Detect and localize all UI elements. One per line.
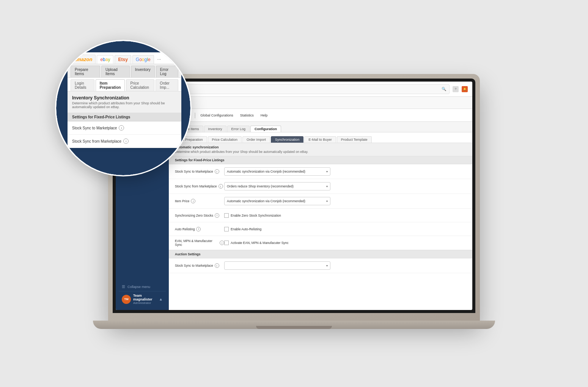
select-arrow-stock-to: ▾: [326, 170, 328, 173]
global-config-btn[interactable]: Global Configurations: [197, 113, 236, 118]
mag-nav-prepare[interactable]: Prepare Items: [71, 66, 100, 77]
checkbox-zero-stocks[interactable]: Enable Zero Stock Synchronization: [224, 213, 466, 218]
mag-tab-etsy[interactable]: Etsy: [115, 55, 131, 64]
sync-control-item-price: Automatic synchronization via Cronjob (r…: [224, 197, 466, 205]
sync-select-stock-to[interactable]: Automatic synchronization via Cronjob (r…: [224, 167, 330, 176]
mag-sub-item-prep[interactable]: Item Preparation: [96, 79, 125, 91]
mag-sync-title: Inventory Synchronization: [72, 95, 177, 101]
tab-configuration[interactable]: Configuration: [250, 126, 281, 132]
sync-select-auction-stock[interactable]: ▾: [224, 261, 330, 270]
mag-stock-to-text: Stock Sync to Marketplace: [72, 126, 117, 130]
help-icon[interactable]: ?: [453, 86, 459, 92]
sync-select-item-price[interactable]: Automatic synchronization via Cronjob (r…: [224, 197, 330, 205]
mag-tab-ebay[interactable]: ebay: [97, 55, 113, 64]
info-icon-ean[interactable]: i: [220, 241, 224, 245]
sidebar-bottom: ☰ Collapse menu TM Team magnalister: [116, 279, 169, 310]
subtab-price-calc[interactable]: Price Calculation: [208, 136, 242, 143]
sync-label-auto-relisting: Auto Relisting i: [175, 227, 224, 231]
collapse-menu-btn[interactable]: ☰ Collapse menu: [119, 282, 166, 291]
notification-icon[interactable]: 🔔: [462, 86, 468, 92]
sync-select-stock-from[interactable]: Orders reduce Shop inventory (recommende…: [224, 182, 330, 190]
info-icon-auto-relisting[interactable]: i: [196, 227, 201, 231]
sync-row-stock-to: Stock Sync to Marketplace i Automatic sy…: [169, 164, 472, 179]
sync-control-zero-stocks: Enable Zero Stock Synchronization: [224, 213, 466, 218]
tab-inventory[interactable]: Inventory: [204, 126, 226, 132]
sync-title: Automatic synchronization: [175, 145, 466, 149]
sync-content: Automatic synchronization Determine whic…: [169, 143, 472, 310]
info-icon-auction-stock[interactable]: i: [215, 263, 219, 268]
sync-control-stock-to: Automatic synchronization via Cronjob (r…: [224, 167, 466, 176]
mag-nav-upload[interactable]: Upload Items: [101, 66, 130, 77]
statistics-btn[interactable]: Statistics: [237, 113, 257, 118]
sync-row-item-price: Item Price i Automatic synchronization v…: [169, 194, 472, 209]
label-text-auto-relisting: Auto Relisting: [175, 227, 195, 231]
mag-tab-more[interactable]: ···: [155, 55, 164, 63]
subtab-synchronization[interactable]: Synchronization: [271, 136, 303, 143]
mag-sub-order[interactable]: Order Imp...: [156, 79, 178, 91]
select-arrow-stock-from: ▾: [326, 185, 328, 188]
checkbox-box-auto-relisting[interactable]: [224, 227, 229, 231]
sync-row-stock-from: Stock Sync from Marketplace i Orders red…: [169, 179, 472, 194]
sync-description: Determine which product attributes from …: [175, 150, 466, 154]
subtab-email-buyer[interactable]: E-Mail to Buyer: [304, 136, 336, 143]
checkbox-box-ean[interactable]: [224, 241, 229, 245]
info-icon-item-price[interactable]: i: [191, 199, 195, 203]
sync-control-ean: Activate EAN, MPN & Manufacuter Sync: [224, 241, 466, 245]
mag-info-stock-to[interactable]: i: [119, 125, 124, 131]
amazon-logo: amazon: [74, 57, 92, 62]
label-text-item-price: Item Price: [175, 199, 189, 203]
sub-tabs-row: Item Preparation Price Calculation Order…: [169, 132, 472, 143]
mag-tab-amazon[interactable]: amazon: [71, 55, 96, 64]
select-value-stock-from: Orders reduce Shop inventory (recommende…: [227, 184, 294, 188]
tab-separator-1: |: [194, 112, 196, 119]
sync-row-auto-relisting: Auto Relisting i Enable Auto-Relisting: [169, 222, 472, 236]
user-section: TM Team magnalister Administrator ▲: [119, 291, 166, 307]
sync-control-auto-relisting: Enable Auto-Relisting: [224, 227, 466, 231]
tab-error-log[interactable]: Error Log: [227, 126, 250, 132]
topbar-icons: ? 🔔: [453, 86, 468, 92]
mag-row-stock-to: Stock Sync to Marketplace i: [68, 121, 181, 135]
user-initials: TM: [124, 297, 129, 301]
select-value-item-price: Automatic synchronization via Cronjob (r…: [227, 199, 305, 203]
marketplace-tabs: Google | Global Configurations Statistic…: [169, 109, 472, 122]
mag-sync-desc: Determine which product attributes from …: [72, 101, 177, 109]
checkbox-auto-relisting[interactable]: Enable Auto-Relisting: [224, 227, 466, 231]
mag-sub-login[interactable]: Login Details: [71, 79, 94, 91]
label-text-auction-stock: Stock Sync to Marketplace: [175, 264, 213, 267]
mag-tab-google[interactable]: Google: [132, 55, 154, 64]
info-icon-zero-stocks[interactable]: i: [215, 213, 219, 218]
sync-label-item-price: Item Price i: [175, 199, 224, 203]
info-icon-stock-to[interactable]: i: [215, 169, 219, 174]
subtab-order-import[interactable]: Order Import: [242, 136, 270, 143]
user-expand-icon[interactable]: ▲: [159, 297, 163, 301]
mag-stock-from-text: Stock Sync from Marketplace: [72, 139, 121, 143]
mag-info-stock-from[interactable]: i: [123, 138, 129, 144]
checkbox-box-zero-stocks[interactable]: [224, 213, 229, 218]
info-icon-stock-from[interactable]: i: [219, 184, 223, 189]
collapse-label: Collapse menu: [127, 285, 150, 289]
mag-sync-header: Inventory Synchronization Determine whic…: [68, 91, 181, 113]
mag-label-stock-to: Stock Sync to Marketplace i: [72, 125, 140, 131]
user-info: Team magnalister Administrator: [133, 294, 157, 305]
checkbox-ean[interactable]: Activate EAN, MPN & Manufacuter Sync: [224, 241, 466, 245]
magnifier-clip: amazon ebay Etsy Google ··· Prepare Item…: [56, 41, 190, 175]
settings-header: Settings for Fixed-Price Listings: [169, 156, 472, 164]
sync-row-zero-stocks: Synchronizing Zero Stocks i Enable Zero …: [169, 209, 472, 222]
help-btn[interactable]: Help: [258, 113, 271, 118]
mag-nav-error-log[interactable]: Error Log: [156, 66, 178, 77]
label-text-stock-to: Stock Sync to Marketplace: [175, 170, 213, 173]
content-area: Google | Global Configurations Statistic…: [169, 109, 472, 310]
subtab-product-template[interactable]: Product Template: [337, 136, 372, 143]
sync-row-auction-stock: Stock Sync to Marketplace i ▾: [169, 258, 472, 273]
mag-sub-price[interactable]: Price Calculation: [126, 79, 154, 91]
user-name: Team magnalister: [133, 294, 157, 301]
sync-label-auction-stock: Stock Sync to Marketplace i: [175, 263, 224, 268]
select-arrow-auction-stock: ▾: [326, 264, 328, 267]
mag-sub-tabs: Login Details Item Preparation Price Cal…: [68, 78, 181, 91]
checkbox-label-auto-relisting: Enable Auto-Relisting: [231, 227, 261, 231]
mag-mp-tabs: amazon ebay Etsy Google ···: [68, 52, 181, 64]
user-role: Administrator: [133, 301, 157, 305]
mag-nav-inventory[interactable]: Inventory: [131, 66, 155, 77]
sync-control-auction-stock: ▾: [224, 261, 466, 270]
sync-section-header: Automatic synchronization Determine whic…: [169, 143, 472, 156]
